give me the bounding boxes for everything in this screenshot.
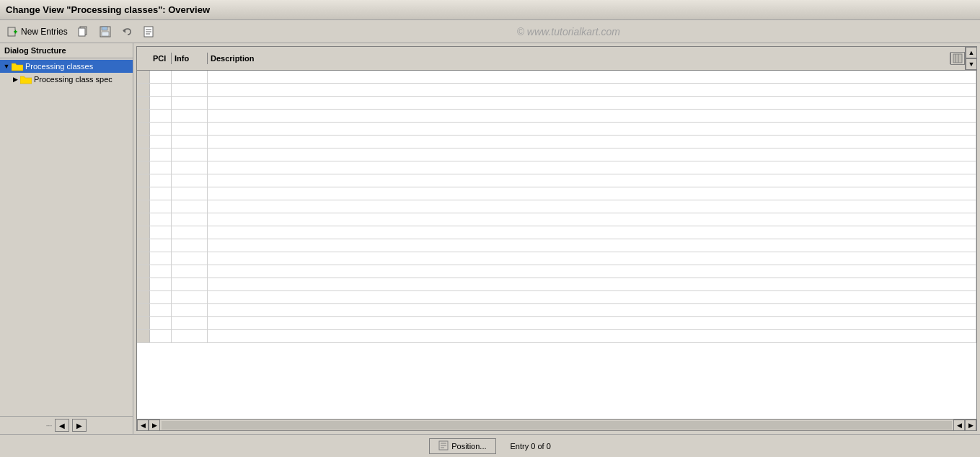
scroll-up-button[interactable]: ▲ [966,47,977,58]
h-scroll-right-btn[interactable]: ◀ [953,420,965,431]
h-scroll-rightmost-btn[interactable]: ▶ [965,420,976,431]
cell-pcl[interactable] [150,136,172,148]
cell-desc[interactable] [208,291,976,303]
cell-info[interactable] [172,123,208,135]
new-entries-button[interactable]: New Entries [4,25,71,39]
cell-info[interactable] [172,174,208,187]
other-button[interactable] [140,25,157,39]
svg-rect-13 [953,54,962,63]
cell-pcl[interactable] [150,317,172,329]
cell-pcl[interactable] [150,265,172,278]
h-scroll-left-button[interactable]: ◀ [137,420,149,431]
cell-pcl[interactable] [150,239,172,252]
cell-desc[interactable] [208,213,976,226]
cell-pcl[interactable] [150,123,172,135]
table-row [137,213,976,226]
undo-button[interactable] [118,25,136,39]
cell-desc[interactable] [208,97,976,109]
cell-pcl[interactable] [150,200,172,213]
cell-info[interactable] [172,97,208,109]
cell-pcl[interactable] [150,161,172,174]
cell-info[interactable] [172,265,208,278]
table-settings-button[interactable] [950,52,965,65]
table-row [137,317,976,330]
cell-desc[interactable] [208,278,976,290]
cell-info[interactable] [172,226,208,239]
table-row [137,187,976,200]
cell-desc[interactable] [208,161,976,174]
table-row [137,136,976,148]
position-button[interactable]: Position... [429,438,495,454]
nav-right-button[interactable]: ▶ [72,419,87,432]
cell-desc[interactable] [208,226,976,239]
cell-info[interactable] [172,71,208,83]
copy-button[interactable] [75,25,92,39]
cell-info[interactable] [172,161,208,174]
cell-desc[interactable] [208,84,976,96]
tree-item-processing-class-spec[interactable]: ▶ Processing class spec [0,73,133,86]
cell-desc[interactable] [208,174,976,187]
cell-desc[interactable] [208,200,976,213]
cell-info[interactable] [172,110,208,122]
cell-info[interactable] [172,317,208,329]
cell-pcl[interactable] [150,213,172,226]
cell-pcl[interactable] [150,148,172,161]
nav-dots: ··· [46,422,52,430]
toolbar: New Entries [0,20,980,43]
cell-info[interactable] [172,278,208,290]
tree-area: ▼ Processing classes ▶ Processing class [0,58,133,416]
scroll-down-button[interactable]: ▼ [966,58,977,70]
dialog-structure-header: Dialog Structure [0,43,133,58]
cell-pcl[interactable] [150,84,172,96]
cell-info[interactable] [172,200,208,213]
cell-desc[interactable] [208,330,976,342]
title-bar: Change View "Processing classes": Overvi… [0,0,980,20]
cell-desc[interactable] [208,136,976,148]
col-header-pcl: PCl [150,53,172,64]
table-row [137,278,976,291]
cell-info[interactable] [172,84,208,96]
title-text: Change View "Processing classes": Overvi… [6,4,210,15]
nav-left-button[interactable]: ◀ [55,419,69,432]
cell-pcl[interactable] [150,330,172,342]
watermark: © www.tutorialkart.com [162,26,976,37]
cell-desc[interactable] [208,239,976,252]
cell-pcl[interactable] [150,110,172,122]
cell-info[interactable] [172,330,208,342]
cell-pcl[interactable] [150,252,172,265]
cell-pcl[interactable] [150,71,172,83]
cell-desc[interactable] [208,304,976,316]
cell-info[interactable] [172,252,208,265]
cell-pcl[interactable] [150,187,172,200]
cell-desc[interactable] [208,317,976,329]
cell-info[interactable] [172,304,208,316]
tree-item-processing-classes[interactable]: ▼ Processing classes [0,60,133,73]
cell-desc[interactable] [208,148,976,161]
cell-desc[interactable] [208,71,976,83]
cell-desc[interactable] [208,110,976,122]
cell-info[interactable] [172,213,208,226]
cell-desc[interactable] [208,187,976,200]
cell-pcl[interactable] [150,97,172,109]
cell-info[interactable] [172,187,208,200]
tree-toggle-processing-classes[interactable]: ▼ [3,63,10,70]
cell-info[interactable] [172,148,208,161]
tree-toggle-processing-class-spec[interactable]: ▶ [12,76,19,83]
cell-info[interactable] [172,239,208,252]
save-button[interactable] [97,25,114,39]
cell-pcl[interactable] [150,226,172,239]
cell-pcl[interactable] [150,174,172,187]
cell-row-num [137,84,150,96]
h-scroll-right-button[interactable]: ▶ [149,420,160,431]
cell-row-num [137,278,150,290]
cell-desc[interactable] [208,123,976,135]
table-row [137,174,976,187]
cell-info[interactable] [172,291,208,303]
cell-desc[interactable] [208,252,976,265]
table-row [137,84,976,97]
cell-pcl[interactable] [150,304,172,316]
cell-desc[interactable] [208,265,976,278]
cell-pcl[interactable] [150,291,172,303]
cell-pcl[interactable] [150,278,172,290]
cell-info[interactable] [172,136,208,148]
